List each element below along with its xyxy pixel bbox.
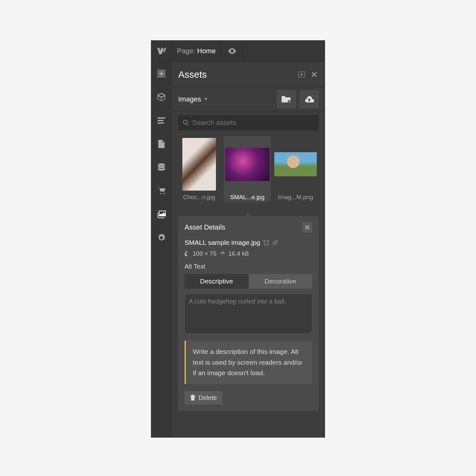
filename: SMALL sample image.jpg bbox=[185, 239, 260, 246]
svg-point-3 bbox=[183, 120, 187, 124]
details-title: Asset Details bbox=[185, 223, 302, 231]
external-link-icon[interactable] bbox=[264, 240, 269, 245]
tab-descriptive[interactable]: Descriptive bbox=[185, 274, 249, 289]
alt-hint: Write a description of this image. Alt t… bbox=[185, 341, 312, 384]
filter-dropdown[interactable]: Images bbox=[178, 95, 207, 103]
dimensions: 100 × 75 bbox=[193, 250, 217, 257]
close-icon bbox=[305, 225, 310, 230]
filesize-icon bbox=[220, 252, 225, 256]
webflow-logo-icon bbox=[157, 48, 166, 54]
logo[interactable] bbox=[151, 40, 172, 62]
assets-panel: Assets Images bbox=[172, 62, 325, 438]
svg-point-1 bbox=[158, 163, 165, 166]
cloud-upload-icon bbox=[304, 96, 314, 103]
collapse-button[interactable] bbox=[297, 70, 306, 79]
search-input[interactable] bbox=[178, 115, 319, 130]
main-area: Assets Images bbox=[151, 62, 325, 438]
search-icon bbox=[183, 120, 189, 126]
search-row bbox=[172, 111, 325, 134]
asset-thumb bbox=[177, 137, 221, 191]
close-panel-button[interactable] bbox=[310, 70, 319, 79]
preview-button[interactable] bbox=[221, 40, 243, 62]
alt-text-tabs: Descriptive Decorative bbox=[185, 274, 312, 289]
asset-item[interactable]: Imag...M.png bbox=[272, 136, 319, 202]
asset-thumb bbox=[273, 137, 318, 191]
sidebar-cms[interactable] bbox=[151, 156, 172, 179]
filename-row: SMALL sample image.jpg bbox=[185, 239, 312, 246]
alt-label: Alt Text bbox=[185, 263, 312, 270]
link-icon[interactable] bbox=[272, 240, 278, 245]
collapse-icon bbox=[298, 72, 305, 77]
gear-icon bbox=[157, 234, 166, 242]
dimensions-icon bbox=[185, 251, 190, 256]
sidebar-add[interactable] bbox=[151, 62, 172, 85]
plus-box-icon bbox=[157, 69, 166, 78]
tab-decorative[interactable]: Decorative bbox=[249, 274, 313, 289]
panel-title: Assets bbox=[178, 69, 293, 80]
asset-name: Imag...M.png bbox=[273, 194, 318, 201]
folder-plus-icon bbox=[282, 95, 291, 103]
close-details-button[interactable] bbox=[302, 222, 312, 232]
app-window: Page: Home bbox=[151, 40, 325, 438]
delete-button[interactable]: Delete bbox=[185, 391, 223, 405]
alt-text-input[interactable] bbox=[185, 294, 312, 334]
assets-grid: Choc...n.jpg SMAL...e.jpg Imag...M.png bbox=[172, 134, 325, 204]
assets-toolbar: Images bbox=[172, 87, 325, 111]
page-selector[interactable]: Page: Home bbox=[172, 40, 221, 62]
asset-item[interactable]: Choc...n.jpg bbox=[176, 136, 223, 202]
eye-icon bbox=[228, 48, 236, 54]
sidebar-pages[interactable] bbox=[151, 132, 172, 156]
asset-name: SMAL...e.jpg bbox=[225, 194, 270, 201]
close-icon bbox=[311, 72, 317, 77]
trash-icon bbox=[190, 395, 195, 401]
cube-icon bbox=[158, 93, 165, 101]
asset-details-panel: Asset Details SMALL sample image.jpg 100… bbox=[178, 216, 319, 411]
sidebar-settings[interactable] bbox=[151, 226, 172, 250]
database-icon bbox=[158, 163, 165, 172]
new-folder-button[interactable] bbox=[277, 90, 296, 108]
topbar: Page: Home bbox=[151, 40, 325, 62]
left-sidebar bbox=[151, 62, 172, 438]
upload-button[interactable] bbox=[300, 90, 319, 108]
page-name: Home bbox=[197, 47, 216, 55]
images-icon bbox=[157, 211, 166, 218]
details-header: Asset Details bbox=[185, 222, 312, 232]
panel-header: Assets bbox=[172, 62, 325, 87]
asset-item[interactable]: SMAL...e.jpg bbox=[224, 136, 271, 202]
sidebar-ecommerce[interactable] bbox=[151, 179, 172, 203]
delete-label: Delete bbox=[199, 394, 217, 401]
cart-icon bbox=[157, 187, 166, 195]
asset-name: Choc...n.jpg bbox=[177, 194, 221, 201]
page-icon bbox=[158, 140, 165, 148]
page-label: Page: bbox=[177, 47, 195, 55]
sidebar-assets[interactable] bbox=[151, 203, 172, 226]
meta-row: 100 × 75 16.4 kB bbox=[185, 250, 312, 257]
sidebar-navigator[interactable] bbox=[151, 109, 172, 132]
sidebar-symbols[interactable] bbox=[151, 85, 172, 109]
filesize: 16.4 kB bbox=[229, 250, 249, 257]
asset-thumb bbox=[225, 137, 270, 191]
navigator-icon bbox=[158, 117, 165, 124]
